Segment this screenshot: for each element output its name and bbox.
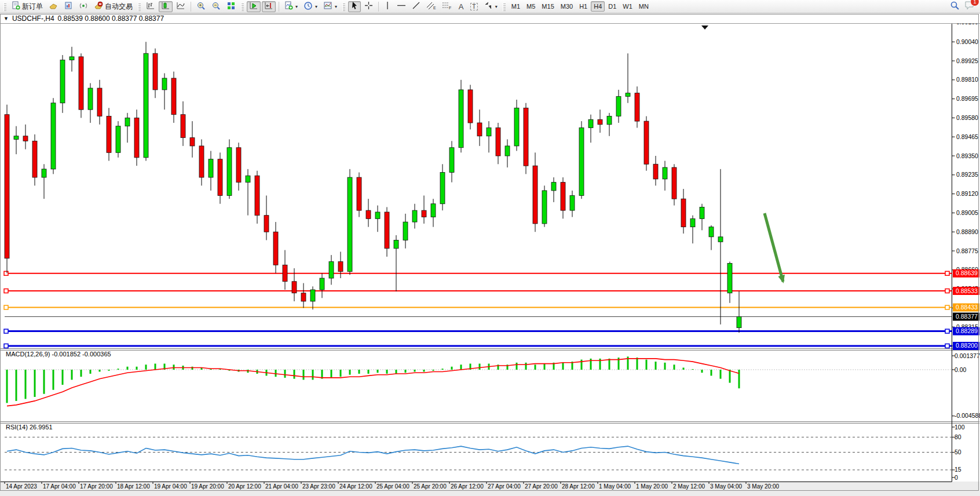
dropdown-caret-icon: ▾ bbox=[315, 4, 317, 9]
candle-body bbox=[440, 173, 445, 204]
timeframe-button-M1[interactable]: M1 bbox=[509, 1, 523, 12]
templates-button[interactable]: ▾ bbox=[321, 1, 339, 12]
hline-handle[interactable] bbox=[4, 344, 8, 348]
chart-shift-button[interactable] bbox=[262, 1, 276, 12]
vertical-line-button[interactable] bbox=[382, 1, 393, 12]
time-axis-label: 25 Apr 20:00 bbox=[414, 483, 447, 490]
candle-body bbox=[181, 115, 185, 138]
auto-trading-button[interactable]: 自动交易 bbox=[92, 1, 135, 12]
toolbar-grip[interactable] bbox=[342, 2, 345, 11]
candle-body bbox=[283, 265, 287, 282]
toolbar-grip[interactable] bbox=[138, 2, 141, 11]
hline-handle[interactable] bbox=[945, 289, 949, 293]
time-axis-label: 27 Apr 04:00 bbox=[488, 483, 521, 490]
candle-body bbox=[514, 108, 519, 146]
time-axis-label: 28 Apr 12:00 bbox=[562, 483, 595, 490]
equidistant-channel-button[interactable]: E bbox=[424, 1, 438, 12]
hline-handle[interactable] bbox=[4, 289, 8, 293]
time-axis-label: 1 May 20:00 bbox=[636, 483, 668, 490]
line-chart-button[interactable] bbox=[174, 1, 188, 12]
timeframe-button-M15[interactable]: M15 bbox=[539, 1, 557, 12]
timeframe-toolbar: M1M5M15M30H1H4D1W1MN bbox=[509, 1, 652, 12]
price-tick-label: 0.89810 bbox=[956, 76, 978, 83]
candle-body bbox=[301, 293, 306, 301]
chat-badge: 1 bbox=[970, 0, 979, 6]
hline-handle[interactable] bbox=[945, 305, 949, 309]
auto-scroll-button[interactable] bbox=[247, 1, 261, 12]
candle-body bbox=[403, 222, 408, 240]
toolbar-grip[interactable] bbox=[3, 2, 6, 11]
hline-handle[interactable] bbox=[945, 329, 949, 333]
cursor-icon bbox=[350, 1, 359, 12]
tile-windows-button[interactable] bbox=[224, 1, 238, 12]
candle-body bbox=[616, 96, 621, 116]
price-tick-label: 0.89350 bbox=[956, 152, 978, 159]
auto-trading-label: 自动交易 bbox=[105, 2, 133, 12]
candle-body bbox=[598, 119, 602, 125]
rsi-tick-label: 50 bbox=[955, 448, 961, 455]
macd-tick-label: -0.004588 bbox=[955, 412, 980, 419]
candle-body bbox=[487, 128, 491, 136]
candle-body bbox=[542, 191, 547, 224]
timeframe-button-M5[interactable]: M5 bbox=[524, 1, 538, 12]
candle-body bbox=[422, 210, 426, 217]
time-axis-label: 25 Apr 04:00 bbox=[376, 483, 409, 490]
timeframe-button-MN[interactable]: MN bbox=[636, 1, 652, 12]
hline-handle[interactable] bbox=[945, 271, 949, 275]
hline-handle[interactable] bbox=[4, 305, 8, 309]
zoom-out-button[interactable] bbox=[209, 1, 223, 12]
timeframe-button-D1[interactable]: D1 bbox=[605, 1, 619, 12]
periods-button[interactable]: ▾ bbox=[301, 1, 320, 12]
crosshair-button[interactable] bbox=[362, 1, 375, 12]
candle-body bbox=[385, 212, 389, 249]
price-line-label: 0.88200 bbox=[956, 342, 978, 349]
toolbar-separator bbox=[191, 2, 191, 12]
candle-body bbox=[79, 57, 83, 110]
bar-chart-button[interactable] bbox=[144, 1, 158, 12]
candle-body bbox=[727, 263, 732, 293]
timeframe-button-W1[interactable]: W1 bbox=[620, 1, 635, 12]
price-tick-label: 0.89465 bbox=[956, 133, 978, 140]
indicators-button[interactable]: ▾ bbox=[282, 1, 300, 12]
hline-handle[interactable] bbox=[4, 329, 8, 333]
dropdown-caret-icon: ▾ bbox=[335, 4, 337, 9]
navigator-button[interactable] bbox=[76, 1, 90, 12]
auto-trading-icon bbox=[94, 1, 103, 12]
chart-title-strip: ▼ USDCHF-,H4 0.88539 0.88600 0.88377 0.8… bbox=[0, 14, 980, 24]
trendline-button[interactable] bbox=[409, 1, 423, 12]
timeframe-button-M30[interactable]: M30 bbox=[558, 1, 576, 12]
macd-tick-label: 0.00 bbox=[955, 366, 967, 373]
horizontal-line-button[interactable] bbox=[394, 1, 408, 12]
chat-button[interactable]: 1 bbox=[964, 1, 975, 12]
time-axis-label: 21 Apr 04:00 bbox=[265, 483, 298, 490]
time-axis-label: 27 Apr 20:00 bbox=[525, 483, 558, 490]
candle-body bbox=[236, 148, 241, 183]
timeframe-button-H4[interactable]: H4 bbox=[591, 1, 605, 12]
hline-handle[interactable] bbox=[945, 344, 949, 348]
candle-body bbox=[709, 227, 714, 237]
macd-tick-label: 0.001377 bbox=[955, 352, 980, 359]
candle-body bbox=[533, 166, 537, 224]
zoom-in-button[interactable] bbox=[194, 1, 208, 12]
search-icon[interactable] bbox=[950, 1, 960, 13]
time-axis-label: 18 Apr 12:00 bbox=[117, 483, 150, 490]
toolbar-grip[interactable] bbox=[241, 2, 244, 11]
candle-body bbox=[273, 232, 278, 265]
time-axis-label: 20 Apr 12:00 bbox=[228, 483, 261, 490]
cursor-button[interactable] bbox=[348, 1, 361, 12]
text-label-button[interactable]: T bbox=[468, 1, 480, 12]
chart-canvas[interactable]: 0.901600.900400.899250.898100.896950.895… bbox=[0, 0, 980, 496]
timeframe-button-H1[interactable]: H1 bbox=[576, 1, 590, 12]
chart-collapse-icon[interactable]: ▼ bbox=[3, 16, 9, 21]
price-tick-label: 0.89005 bbox=[956, 209, 978, 216]
candlestick-chart-button[interactable] bbox=[159, 1, 173, 12]
text-tool-button[interactable]: A bbox=[455, 1, 467, 12]
arrows-tool-button[interactable]: ▾ bbox=[481, 1, 500, 12]
new-order-button[interactable]: 新订单 bbox=[9, 1, 45, 12]
market-watch-button[interactable] bbox=[61, 1, 75, 12]
fibonacci-button[interactable]: F bbox=[440, 1, 454, 12]
hline-handle[interactable] bbox=[4, 271, 8, 275]
price-line-label: 0.88289 bbox=[956, 327, 978, 334]
chart-profile-button[interactable] bbox=[46, 1, 60, 12]
toolbar-grip[interactable] bbox=[503, 2, 506, 11]
